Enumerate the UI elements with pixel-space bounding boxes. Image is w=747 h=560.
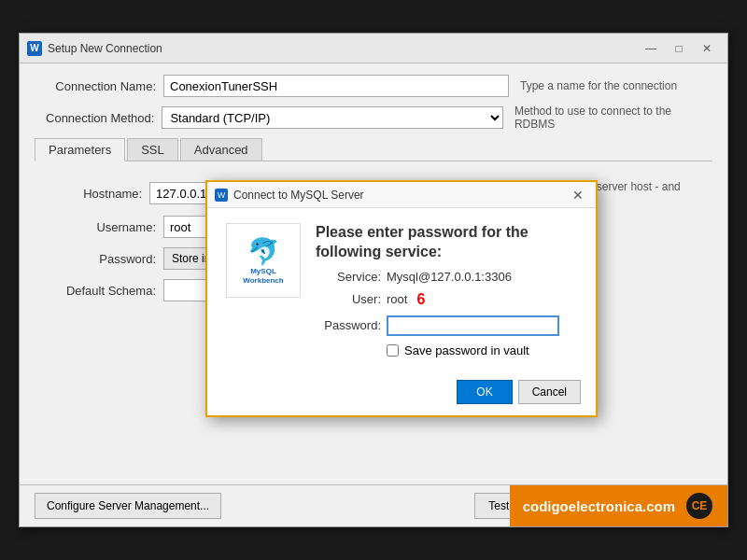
- step-number: 6: [416, 291, 425, 308]
- service-label: Service:: [316, 270, 381, 284]
- save-password-label: Save password in vault: [404, 343, 529, 357]
- modal-password-input[interactable]: [387, 315, 559, 336]
- service-row: Service: Mysql@127.0.0.1:3306: [316, 270, 577, 284]
- save-password-checkbox[interactable]: [387, 344, 399, 357]
- modal-icon: W: [215, 189, 228, 202]
- modal-password-label: Password:: [316, 318, 381, 332]
- modal-footer: OK Cancel: [207, 372, 596, 415]
- modal-overlay: W Connect to MySQL Server ✕ 🐬 MySQLWorkb…: [20, 34, 727, 526]
- user-row: User: root 6: [316, 291, 577, 308]
- user-label: User:: [316, 292, 381, 306]
- modal-body: 🐬 MySQLWorkbench Please enter password f…: [207, 208, 596, 372]
- main-window: W Setup New Connection — □ ✕ Connection …: [19, 33, 728, 527]
- save-password-row: Save password in vault: [387, 343, 577, 357]
- service-value: Mysql@127.0.0.1:3306: [387, 270, 512, 284]
- workbench-label: MySQLWorkbench: [243, 267, 283, 285]
- modal-password-row: Password:: [316, 315, 577, 336]
- connect-modal: W Connect to MySQL Server ✕ 🐬 MySQLWorkb…: [205, 180, 598, 417]
- watermark-chip: CE: [684, 491, 714, 521]
- modal-close-button[interactable]: ✕: [568, 187, 588, 203]
- modal-right-content: Please enter password for the following …: [316, 223, 577, 357]
- modal-cancel-button[interactable]: Cancel: [518, 380, 581, 404]
- mysql-workbench-logo: 🐬 MySQLWorkbench: [226, 223, 301, 298]
- modal-ok-button[interactable]: OK: [457, 380, 512, 404]
- modal-title-bar: W Connect to MySQL Server ✕: [207, 182, 596, 208]
- watermark-chip-label: CE: [692, 499, 708, 512]
- modal-title: Connect to MySQL Server: [233, 189, 562, 202]
- watermark-text: codigoelectronica.com: [523, 498, 675, 514]
- dolphin-icon: 🐬: [247, 236, 280, 267]
- watermark-bar: codigoelectronica.com CE: [510, 485, 727, 526]
- user-value: root: [387, 292, 407, 306]
- modal-heading: Please enter password for the following …: [316, 223, 577, 262]
- tab-parameters[interactable]: Parameters: [35, 138, 125, 161]
